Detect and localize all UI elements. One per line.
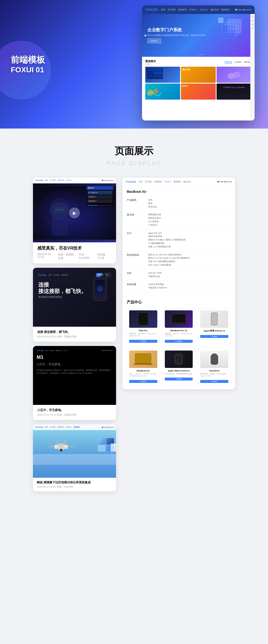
iphone-price[interactable]: ¥ 9999 [200,335,228,338]
spec-value-display-1: 视网膜显示屏 [148,213,231,217]
spec-value-battery-4: 30W USB-C 电源适配器 [148,263,231,267]
hero-banner-sub: 致力从企业赋能出发搭建新颖前沿数字化转型方案，回购模式灵活多样 [147,34,206,37]
vr-title: 感受真实，尽在VR技术 [37,246,112,251]
product-item-ipad[interactable]: iPad Pro 超绝性能，全方位领先。专为 iPad Pro 打造的 M2 芯… [127,308,160,345]
drone-nav-about[interactable]: 关于我们 [50,426,56,428]
case-item-2[interactable]: 精心优选 [181,67,216,83]
vr-source: 来源：新闻机关网 [58,253,76,260]
vr-nav-home[interactable]: 首页 [45,179,48,182]
ipad-price[interactable]: ¥ 5890 [129,340,157,343]
product-item-watch[interactable]: Apple Watch Series 8 先进安全功能，随时随地保障您的健康 ¥… [162,348,195,386]
drone-nav-logo: FOXCMS [35,426,43,428]
hero-badge-en: FOXUI 01 [11,66,45,74]
drone-nav-products[interactable]: 产品中心 [66,426,72,428]
case-item-4[interactable] [145,84,180,100]
product-item-iphone[interactable]: Apple/苹果 iPhone 14 ¥ 9999 [198,308,231,345]
vr-overlay-item-1[interactable]: ▶ 视频标题一 [87,191,113,194]
drone-date: 2023-03-14 15:01 [37,485,56,488]
spec-value-display-4: 广色域P3 [148,224,231,227]
nav-cases[interactable]: 案例展示 [200,8,208,11]
product-item-macbookpro[interactable]: MacBook Pro 13 极致体验，创造非凡。MacBook Pro 天力 … [162,308,195,345]
svg-point-37 [69,446,75,447]
vr-overlay-item-3[interactable]: 视频标题三 [87,199,113,203]
spec-row-memory: 内存 8GB 统一内存 可配置16GB [127,269,231,281]
product-item-homepod[interactable]: HomePod 惊艳的音效，先进的 HomePod 搭载 Apple H1 芯片… [198,348,231,386]
vr-overlay-item-2[interactable]: 视频标题二 [87,195,113,199]
cases-tab-all[interactable]: 图像案例 [225,61,232,64]
spec-row-chip: 芯片 Apple M1 芯片 8核中央处理器 最快8个CPU核心+最快11个核图… [127,229,231,251]
product-page-nav: FOXCMS 首页 关于我们 新闻资讯 产品中心 案例展示 服务支持 ☎ 400… [122,178,235,186]
case-item-6[interactable]: IT WAS ALL A Dream [217,84,251,100]
svg-point-5 [235,25,236,27]
iphone-image [200,310,228,328]
browser-sidebar [250,14,255,120]
chip-demo-nav: FOXCMS 首页 关于我们 新闻资讯 产品中心 ☎ 400-888-3116 [37,350,112,351]
conn-about[interactable]: 关于我们 [53,274,60,276]
vr-nav-news[interactable]: 新闻资讯 [58,179,64,182]
homepod-price[interactable]: ¥ 4633 [200,380,228,383]
drone-nav-cases[interactable]: 案例展示 [74,426,80,428]
case-item-1[interactable] [145,67,180,83]
chip-products[interactable]: 产品中心 [63,350,68,351]
vr-play-button[interactable]: ▶ [69,208,80,218]
prod-nav-home[interactable]: 首页 [139,180,143,183]
hero-banner-content: 企业数字门户系统 致力从企业赋能出发搭建新颖前沿数字化转型方案，回购模式灵活多样… [147,27,206,44]
svg-point-4 [233,25,234,27]
chip-about[interactable]: 关于我们 [49,350,55,351]
prod-nav-news[interactable]: 新闻资讯 [154,180,162,183]
spec-value-display-2: 原彩显示技术 [148,217,231,220]
macbookair-name: MacBook Air [129,370,157,372]
nav-home[interactable]: 首页 [161,8,165,11]
prod-nav-cases[interactable]: 案例展示 [174,180,181,183]
vr-nav-products[interactable]: 产品中心 [66,179,72,182]
nav-services[interactable]: 服务支持 [210,8,219,11]
prod-nav-phone: ☎ 400-888-3116 [217,181,232,183]
chip-phone: ☎ 400-888-3116 [102,350,112,351]
chip-news[interactable]: 新闻资讯 [56,350,61,351]
chip-hero-subtitle: 八芯片，开天辟地。 [37,362,112,366]
conn-news[interactable]: 新闻资讯 [61,274,68,276]
watch-band-bottom [176,364,181,367]
drone-nav-news[interactable]: 新闻资讯 [58,426,64,428]
cases-tab-text[interactable]: 文章案例 [234,61,242,64]
macbookpro-price[interactable]: ¥ 29888 [165,340,193,343]
case-item-5[interactable]: DKS [181,84,216,100]
nav-news[interactable]: 新闻资讯 [178,8,187,11]
prod-nav-about[interactable]: 关于我们 [145,180,152,183]
prod-nav-products[interactable]: 产品中心 [164,180,172,183]
chip-home[interactable]: 首页 [45,350,48,351]
chip-demo-info: 八芯片，开天辟地。 2023-03-14 15:10 来源：新闻机关网 [33,405,116,420]
nav-about[interactable]: 关于我们 [168,8,176,11]
drone-title: 精选 滴滴旗下社区电商分拆出库系统集成 [37,480,112,484]
browser-nav-links: 首页 关于我们 新闻资讯 产品中心 案例展示 服务支持 新闻资讯 [161,8,230,11]
conn-home[interactable]: 首页 [49,274,52,276]
drone-nav-home[interactable]: 首页 [45,426,48,428]
chip-title: 八芯片，开天辟地。 [37,408,112,412]
prod-nav-logo: FOXCMS [126,180,136,183]
hero-banner-prev[interactable]: ◀ [144,33,146,37]
conn-nav-links: 首页 关于我们 新闻资讯 [49,274,68,276]
ipad-desc: 超绝性能，全方位领先。专为 iPad Pro 打造的 M2 芯片 [129,333,157,337]
page-display-section: 页面展示 PAGE DISPLAY [0,129,268,178]
ipad-shape [138,312,148,326]
prod-nav-services[interactable]: 服务支持 [183,180,191,183]
hero-banner-btn[interactable]: 点击这里 ↓ [147,39,161,43]
spec-value-color-3: 深空灰色 [148,205,231,209]
product-grid: iPad Pro 超绝性能，全方位领先。专为 iPad Pro 打造的 M2 芯… [127,308,231,386]
nav-products[interactable]: 产品中心 [189,8,198,11]
nav-join[interactable]: 新闻资讯 [221,8,230,11]
product-item-macbookair[interactable]: MacBook Air 先进，一览众山小。MacBook Air 搭载了先进的 … [127,348,160,386]
watch-price[interactable]: ¥ 5999 [165,378,193,381]
spec-values-battery: 最长达 16 小时 Wi-Fi 网页浏览时间 最长达 18 小时 Apple T… [148,253,231,267]
drone-next-btn[interactable]: › [111,443,116,451]
hero-banner-title: 企业数字门户系统 [147,27,206,33]
iphone-name: Apple/苹果 iPhone 14 [200,329,228,332]
case-item-3[interactable] [217,67,251,83]
svg-rect-11 [147,69,162,71]
vr-nav-about[interactable]: 关于我们 [50,179,56,182]
watch-image [165,351,193,368]
svg-point-18 [153,89,158,94]
macbookair-image [129,351,157,368]
macbookair-price[interactable]: ¥ 5890 [129,380,157,383]
hero-section: 前端模板 FOXUI 01 FOXCMS 首页 关于我们 新闻资讯 产品中心 案… [0,0,268,129]
